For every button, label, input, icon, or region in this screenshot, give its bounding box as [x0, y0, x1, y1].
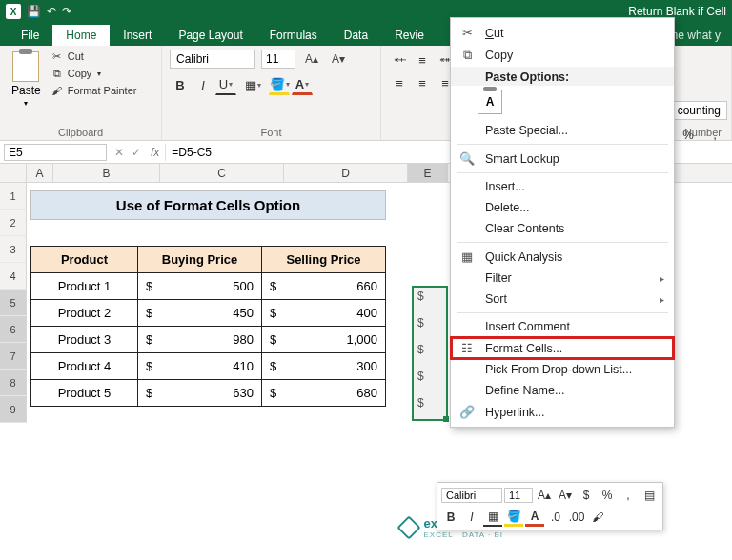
cancel-icon[interactable]: ✕ [111, 146, 128, 159]
select-all-corner[interactable] [0, 164, 27, 182]
tab-insert[interactable]: Insert [110, 25, 165, 46]
menu-sort[interactable]: Sort [451, 289, 674, 310]
mini-size-select[interactable]: 11 [504, 488, 533, 503]
alignment-group: ⬴ ≡ ⬵ ≡ ≡ ≡ [389, 50, 449, 93]
clipboard-icon [12, 51, 39, 82]
format-painter-button[interactable]: 🖌Format Painter [51, 84, 137, 97]
row-header[interactable]: 3 [0, 236, 27, 263]
clipboard-group-label: Clipboard [8, 127, 153, 138]
row-header[interactable]: 6 [0, 316, 27, 343]
row-header[interactable]: 4 [0, 263, 27, 290]
menu-filter[interactable]: Filter [451, 268, 674, 289]
font-name-select[interactable]: Calibri [170, 50, 255, 69]
tab-formulas[interactable]: Formulas [256, 25, 331, 46]
col-header-C[interactable]: C [160, 164, 284, 182]
table-row: Product 2$450$400 [31, 300, 386, 327]
menu-clear-contents[interactable]: Clear Contents [451, 218, 674, 239]
paste-label: Paste [11, 84, 41, 97]
format-cells-icon: ☷ [458, 341, 476, 355]
row-header[interactable]: 7 [0, 343, 27, 370]
paste-option-all[interactable]: A [478, 90, 502, 114]
mini-currency-icon[interactable]: $ [577, 486, 596, 505]
menu-insert[interactable]: Insert... [451, 176, 674, 197]
font-color-button[interactable]: A▾ [292, 74, 313, 95]
paste-button[interactable]: Paste ▾ [8, 50, 45, 110]
align-center-icon[interactable]: ≡ [412, 72, 433, 93]
enter-icon[interactable]: ✓ [128, 146, 145, 159]
menu-copy[interactable]: ⧉Copy [451, 44, 674, 67]
row-header[interactable]: 5 [0, 290, 27, 316]
cut-button[interactable]: ✂Cut [51, 50, 137, 63]
mini-percent-icon[interactable]: % [598, 486, 617, 505]
decrease-font-icon[interactable]: A▾ [328, 50, 349, 68]
document-title: Return Blank if Cell [628, 5, 726, 18]
header-buying: Buying Price [138, 247, 262, 273]
quick-analysis-icon: ▦ [458, 250, 476, 264]
save-icon[interactable]: 💾 [27, 5, 41, 18]
align-left-icon[interactable]: ≡ [389, 72, 410, 93]
mini-italic-button[interactable]: I [462, 508, 481, 527]
tab-review[interactable]: Revie [381, 25, 437, 46]
italic-button[interactable]: I [193, 74, 214, 95]
table-row: Product 4$410$300 [31, 353, 386, 380]
mini-font-color-button[interactable]: A [525, 508, 544, 527]
row-header[interactable]: 9 [0, 396, 27, 423]
col-header-A[interactable]: A [27, 164, 53, 182]
mini-format-painter-icon[interactable]: 🖌 [588, 508, 607, 527]
font-size-select[interactable]: 11 [261, 50, 295, 69]
mini-merge-icon[interactable]: ▤ [640, 486, 659, 505]
mini-increase-decimal-icon[interactable]: .00 [567, 508, 586, 527]
table-row: Product 1$500$660 [31, 273, 386, 300]
tab-file[interactable]: File [8, 25, 52, 46]
mini-decrease-decimal-icon[interactable]: .0 [546, 508, 565, 527]
align-top-icon[interactable]: ⬴ [389, 50, 410, 70]
menu-format-cells[interactable]: ☷Format Cells... [451, 337, 674, 359]
col-header-D[interactable]: D [284, 164, 408, 182]
row-header[interactable]: 2 [0, 210, 27, 236]
number-format-select[interactable]: counting [670, 101, 727, 120]
mini-fill-button[interactable]: 🪣 [504, 508, 523, 527]
menu-paste-options-header: Paste Options: [451, 67, 674, 86]
header-product: Product [31, 247, 138, 273]
brush-icon: 🖌 [51, 84, 64, 97]
menu-paste-special[interactable]: Paste Special... [451, 120, 674, 141]
underline-button[interactable]: U▾ [215, 74, 236, 95]
redo-icon[interactable]: ↷ [62, 5, 71, 18]
fill-handle[interactable] [443, 416, 449, 422]
mini-decrease-font-icon[interactable]: A▾ [556, 486, 575, 505]
fx-icon[interactable]: fx [145, 146, 165, 159]
mini-bold-button[interactable]: B [441, 508, 460, 527]
align-middle-icon[interactable]: ≡ [412, 50, 433, 70]
undo-icon[interactable]: ↶ [47, 5, 56, 18]
mini-increase-font-icon[interactable]: A▴ [535, 486, 554, 505]
col-header-E[interactable]: E [408, 164, 448, 182]
menu-delete[interactable]: Delete... [451, 197, 674, 218]
col-header-B[interactable]: B [53, 164, 160, 182]
tab-data[interactable]: Data [331, 25, 381, 46]
mini-font-select[interactable]: Calibri [441, 488, 502, 503]
menu-insert-comment[interactable]: Insert Comment [451, 316, 674, 337]
fill-color-button[interactable]: 🪣▾ [269, 74, 290, 95]
row-header[interactable]: 1 [0, 183, 27, 210]
menu-cut[interactable]: ✂Cut [451, 22, 674, 44]
menu-pick-from-list[interactable]: Pick From Drop-down List... [451, 359, 674, 380]
mini-toolbar: Calibri 11 A▴ A▾ $ % , ▤ B I ▦ 🪣 A .0 .0… [437, 482, 663, 530]
menu-define-name[interactable]: Define Name... [451, 380, 674, 401]
scissors-icon: ✂ [51, 50, 64, 63]
copy-button[interactable]: ⧉Copy▾ [51, 67, 137, 80]
tab-page-layout[interactable]: Page Layout [165, 25, 255, 46]
exceldemy-logo-icon [397, 515, 421, 539]
increase-font-icon[interactable]: A▴ [301, 50, 322, 68]
copy-icon: ⧉ [458, 48, 476, 63]
name-box[interactable] [4, 144, 107, 161]
mini-comma-icon[interactable]: , [619, 486, 638, 505]
borders-button[interactable]: ▦▾ [242, 74, 263, 95]
link-icon: 🔗 [458, 405, 476, 419]
menu-quick-analysis[interactable]: ▦Quick Analysis [451, 246, 674, 268]
row-header[interactable]: 8 [0, 370, 27, 396]
menu-hyperlink[interactable]: 🔗Hyperlink... [451, 401, 674, 423]
tab-home[interactable]: Home [52, 25, 110, 46]
menu-smart-lookup[interactable]: 🔍Smart Lookup [451, 148, 674, 170]
mini-borders-button[interactable]: ▦ [483, 508, 502, 527]
bold-button[interactable]: B [170, 74, 191, 95]
